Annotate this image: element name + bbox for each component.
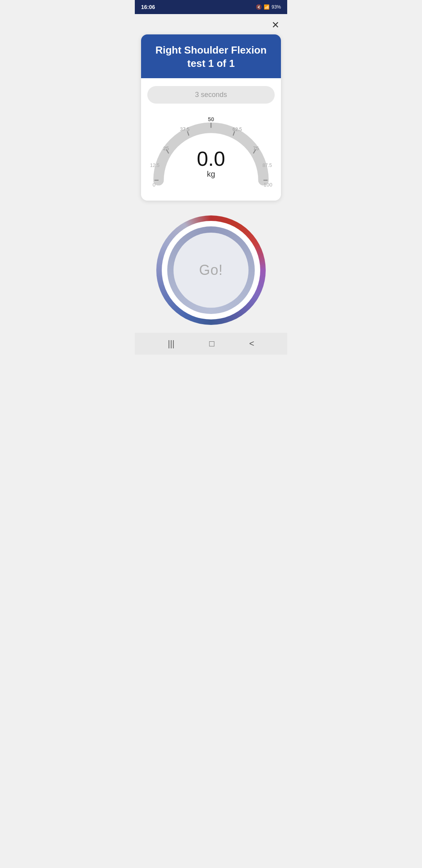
close-button[interactable]: ✕ [270,19,281,31]
go-button[interactable]: Go! [173,233,249,308]
svg-text:25: 25 [163,145,169,151]
go-inner-ring: Go! [167,226,255,314]
close-btn-row: ✕ [141,19,281,31]
test-card: Right Shoulder Flexion test 1 of 1 3 sec… [141,34,281,201]
status-bar: 16:06 🔇 📶 93% [135,0,287,14]
svg-text:75: 75 [253,145,259,151]
nav-menu-icon[interactable]: ||| [168,339,174,349]
svg-text:12.5: 12.5 [150,163,159,168]
svg-text:0: 0 [153,182,156,188]
mute-icon: 🔇 [256,4,262,10]
svg-text:37.5: 37.5 [180,127,190,132]
battery-level: 93% [272,4,281,10]
svg-text:87.5: 87.5 [263,163,272,168]
bottom-nav: ||| □ < [135,333,287,355]
go-label: Go! [199,262,223,278]
svg-text:50: 50 [208,116,214,122]
card-body: 3 seconds [141,78,281,201]
nav-back-icon[interactable]: < [249,339,254,349]
gauge-unit: kg [197,170,225,179]
wifi-icon: 📶 [264,4,270,10]
go-section: Go! [141,212,281,333]
svg-text:100: 100 [264,182,272,188]
nav-home-icon[interactable]: □ [209,339,214,349]
go-outer-ring: Go! [156,215,266,325]
go-middle-ring: Go! [162,221,260,319]
card-header: Right Shoulder Flexion test 1 of 1 [141,34,281,78]
timer-text: 3 seconds [195,91,227,99]
timer-pill: 3 seconds [147,86,275,104]
gauge-container: 50 37.5 62.5 25 75 12.5 87.5 0 100 0.0 k… [147,113,275,191]
card-title: Right Shoulder Flexion test 1 of 1 [149,44,273,70]
gauge-center-value: 0.0 kg [197,149,225,179]
status-time: 16:06 [141,4,155,10]
svg-text:62.5: 62.5 [232,127,242,132]
main-content: ✕ Right Shoulder Flexion test 1 of 1 3 s… [135,14,287,333]
gauge-number: 0.0 [197,149,225,169]
status-icons: 🔇 📶 93% [256,4,281,10]
